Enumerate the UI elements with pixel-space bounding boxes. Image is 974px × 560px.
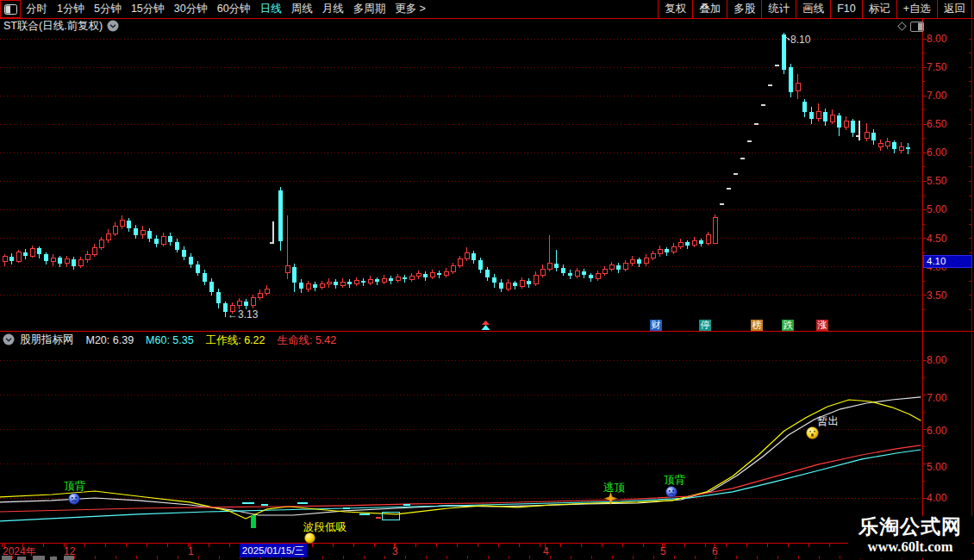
date-label: 5 xyxy=(660,545,666,557)
price-annotation: 8.10 xyxy=(790,34,810,46)
title-row: ST联合(日线.前复权) xyxy=(3,19,119,33)
candle-body-down xyxy=(906,147,910,149)
candle-body-up xyxy=(623,264,627,270)
action-button-画线[interactable]: 画线 xyxy=(796,0,830,18)
candle-body-down xyxy=(685,242,690,245)
action-button-多股[interactable]: 多股 xyxy=(727,0,761,18)
gold-star-icon xyxy=(604,492,617,505)
candle-dash xyxy=(768,84,772,86)
candle-body-up xyxy=(630,259,634,264)
candle-body-up xyxy=(885,142,890,146)
candle-body-up xyxy=(51,258,55,261)
candle-body-up xyxy=(644,258,648,264)
main-price-label: 4.50 xyxy=(927,233,946,245)
candle-body-up xyxy=(354,281,359,284)
market-badge-榜[interactable]: 榜 xyxy=(751,320,763,331)
candle-body-down xyxy=(182,250,186,257)
main-price-label: 7.00 xyxy=(927,90,946,102)
candle-body-down xyxy=(216,292,221,303)
action-button-复权[interactable]: 复权 xyxy=(658,0,692,18)
candle-body-up xyxy=(92,247,97,254)
action-button-自选[interactable]: +自选 xyxy=(896,0,937,18)
main-price-label: 6.00 xyxy=(927,146,946,159)
split-pane-glyph xyxy=(4,4,17,15)
candle-body-up xyxy=(692,240,696,245)
signal-triangles-icon xyxy=(481,320,490,331)
candle-body-up xyxy=(140,231,145,235)
period-tab-月线[interactable]: 月线 xyxy=(322,0,344,18)
candle-dash xyxy=(734,173,738,175)
diamond-marker-icon[interactable] xyxy=(896,21,908,32)
date-label: 3 xyxy=(392,545,398,557)
top-toolbar: 分时1分钟5分钟15分钟30分钟60分钟日线周线月线多周期更多 > 复权叠加多股… xyxy=(0,0,974,18)
action-button-叠加[interactable]: 叠加 xyxy=(692,0,727,18)
action-button-统计[interactable]: 统计 xyxy=(761,0,796,18)
candle-body-up xyxy=(596,274,600,278)
market-badge-停[interactable]: 停 xyxy=(699,320,711,331)
candle-body-down xyxy=(616,265,621,270)
candle-body-down xyxy=(9,257,14,261)
indicator-legend: M20: 6.39M60: 5.35工作线: 6.22生命线: 5.42 xyxy=(86,332,349,348)
chart-canvas[interactable] xyxy=(0,0,974,560)
candle-body-down xyxy=(499,283,503,289)
candle-body-down xyxy=(168,236,172,242)
market-badge-财[interactable]: 财 xyxy=(650,320,662,331)
yellow-ball-emoji xyxy=(304,532,315,544)
period-tabs: 分时1分钟5分钟15分钟30分钟60分钟日线周线月线多周期更多 > xyxy=(26,0,426,18)
candle-body-up xyxy=(430,273,434,277)
main-price-label: 6.50 xyxy=(927,118,946,130)
price-annotation: ←3.13 xyxy=(228,308,258,320)
stock-chart-app: 分时1分钟5分钟15分钟30分钟60分钟日线周线月线多周期更多 > 复权叠加多股… xyxy=(0,0,974,560)
candle-body-down xyxy=(313,284,317,288)
period-tab-分时[interactable]: 分时 xyxy=(26,0,47,18)
sub-price-label: 5.00 xyxy=(927,461,946,473)
candle-body-up xyxy=(161,236,165,244)
candle-body-down xyxy=(244,302,248,306)
legend-item-M60: M60: 5.35 xyxy=(146,334,194,346)
market-badge-跌[interactable]: 跌 xyxy=(782,320,794,331)
period-tab-60分钟[interactable]: 60分钟 xyxy=(217,0,251,18)
period-tab-多周期[interactable]: 多周期 xyxy=(353,0,386,18)
candle-dash xyxy=(761,104,765,106)
period-tab-30分钟[interactable]: 30分钟 xyxy=(174,0,208,18)
candle-body-up xyxy=(444,271,448,275)
action-button-标记[interactable]: 标记 xyxy=(862,0,896,18)
main-price-label: 3.50 xyxy=(927,289,946,302)
candle-body-up xyxy=(844,121,848,127)
candle-body-up xyxy=(678,242,683,246)
sub-price-label: 4.00 xyxy=(927,492,946,504)
candle-body-down xyxy=(485,270,490,277)
candle-body-down xyxy=(389,278,393,281)
candle-body-down xyxy=(782,34,786,71)
candle-body-down xyxy=(209,282,214,292)
candle-body-up xyxy=(30,248,34,256)
candle-body-up xyxy=(327,282,331,284)
candle-body-down xyxy=(347,282,352,284)
candle-body-down xyxy=(278,190,283,241)
period-tab-日线[interactable]: 日线 xyxy=(260,0,282,18)
period-tab-15分钟[interactable]: 15分钟 xyxy=(131,0,165,18)
candle-body-up xyxy=(575,271,579,277)
candle-body-down xyxy=(361,281,365,283)
indicator-mark xyxy=(261,504,268,506)
sad-face-emoji xyxy=(68,493,80,505)
chevron-down-circle-icon[interactable] xyxy=(3,333,15,345)
split-pane-icon[interactable] xyxy=(0,0,21,18)
period-tab-周线[interactable]: 周线 xyxy=(291,0,313,18)
period-tab-1分钟[interactable]: 1分钟 xyxy=(57,0,84,18)
layout-split-icon[interactable] xyxy=(910,22,924,32)
action-button-F10[interactable]: F10 xyxy=(830,0,862,18)
period-tab-5分钟[interactable]: 5分钟 xyxy=(94,0,122,18)
indicator-line-M20 xyxy=(0,397,921,515)
candle-body-down xyxy=(334,282,338,285)
candle-body-down xyxy=(44,254,48,261)
period-tab-更多[interactable]: 更多 > xyxy=(395,0,426,18)
market-badge-涨[interactable]: 涨 xyxy=(816,320,828,331)
legend-item-工作线: 工作线: 6.22 xyxy=(206,334,265,346)
candle-body-down xyxy=(423,274,428,277)
chevron-down-circle-icon[interactable] xyxy=(107,20,119,32)
action-button-返回[interactable]: 返回 xyxy=(937,0,972,18)
candle-body-up xyxy=(409,276,414,279)
candle-body-down xyxy=(851,121,855,132)
candle-body-up xyxy=(671,246,676,252)
